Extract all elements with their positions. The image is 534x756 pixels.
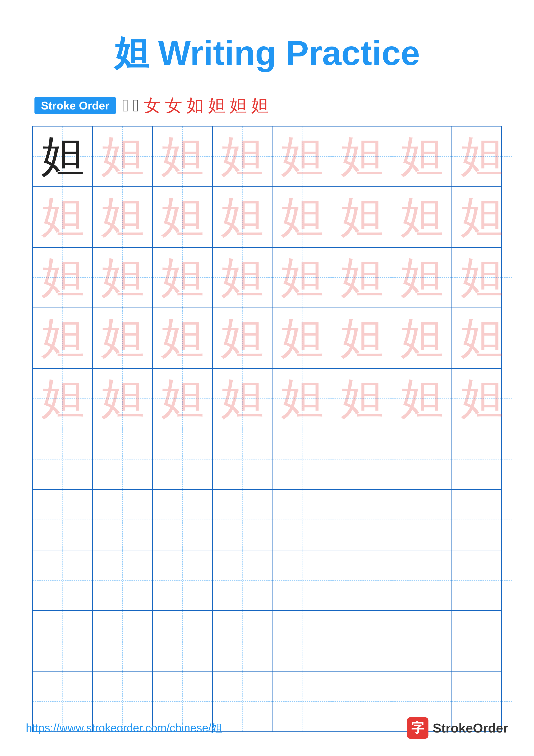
practice-cell[interactable]: [153, 611, 213, 671]
grid-cell: 妲: [332, 126, 392, 186]
practice-cell[interactable]: [332, 490, 392, 550]
grid-cell: 妲: [153, 369, 213, 429]
char-guide: 妲: [461, 135, 504, 178]
grid-cell: 妲: [93, 187, 153, 247]
stroke-4: 女: [165, 94, 182, 117]
grid-cell: 妲: [272, 248, 332, 308]
grid-row-6: [33, 429, 501, 490]
grid-cell: 妲: [332, 187, 392, 247]
char-guide: 妲: [400, 377, 444, 420]
stroke-order-row: Stroke Order 𠃌 𠃎 女 女 如 妲 妲 妲: [35, 94, 508, 117]
practice-cell[interactable]: [93, 611, 153, 671]
practice-cell[interactable]: [272, 490, 332, 550]
char-guide: 妲: [221, 316, 264, 360]
char-guide: 妲: [400, 256, 444, 299]
practice-cell[interactable]: [213, 551, 272, 610]
practice-cell[interactable]: [392, 551, 452, 610]
grid-cell: 妲: [392, 126, 452, 186]
char-guide: 妲: [281, 316, 324, 360]
grid-cell: 妲: [93, 126, 153, 186]
brand-icon: 字: [407, 717, 428, 739]
char-guide: 妲: [161, 256, 204, 299]
char-guide: 妲: [101, 135, 144, 178]
grid-cell: 妲: [452, 369, 512, 429]
practice-cell[interactable]: [392, 429, 452, 489]
footer-url[interactable]: https://www.strokeorder.com/chinese/妲: [26, 720, 222, 736]
page: 妲 Writing Practice Stroke Order 𠃌 𠃎 女 女 …: [0, 0, 534, 756]
grid-cell: 妲: [392, 308, 452, 368]
char-guide: 妲: [161, 135, 204, 178]
title-section: 妲 Writing Practice: [26, 30, 508, 77]
practice-cell[interactable]: [213, 490, 272, 550]
grid-cell: 妲: [213, 248, 272, 308]
practice-cell[interactable]: [452, 490, 512, 550]
practice-cell[interactable]: [213, 429, 272, 489]
char-guide: 妲: [341, 316, 384, 360]
grid-cell: 妲: [33, 187, 93, 247]
char-guide: 妲: [461, 256, 504, 299]
grid-row-3: 妲 妲 妲 妲 妲 妲 妲 妲: [33, 248, 501, 308]
practice-cell[interactable]: [93, 429, 153, 489]
grid-cell: 妲: [392, 369, 452, 429]
char-guide: 妲: [101, 377, 144, 420]
practice-cell[interactable]: [392, 490, 452, 550]
practice-cell[interactable]: [33, 551, 93, 610]
stroke-8: 妲: [251, 94, 268, 117]
practice-cell[interactable]: [213, 611, 272, 671]
grid-cell: 妲: [33, 126, 93, 186]
practice-cell[interactable]: [33, 611, 93, 671]
grid-row-1: 妲 妲 妲 妲 妲 妲 妲 妲: [33, 126, 501, 187]
char-guide: 妲: [101, 256, 144, 299]
grid-cell: 妲: [332, 248, 392, 308]
grid-cell: 妲: [332, 369, 392, 429]
practice-cell[interactable]: [452, 611, 512, 671]
practice-cell[interactable]: [33, 490, 93, 550]
practice-cell[interactable]: [93, 490, 153, 550]
char-guide: 妲: [281, 377, 324, 420]
practice-cell[interactable]: [33, 429, 93, 489]
grid-cell: 妲: [93, 308, 153, 368]
stroke-6: 妲: [208, 94, 225, 117]
grid-cell: 妲: [213, 187, 272, 247]
grid-row-5: 妲 妲 妲 妲 妲 妲 妲 妲: [33, 369, 501, 429]
practice-cell[interactable]: [452, 429, 512, 489]
grid-cell: 妲: [452, 308, 512, 368]
practice-cell[interactable]: [332, 429, 392, 489]
grid-cell: 妲: [272, 126, 332, 186]
practice-cell[interactable]: [452, 551, 512, 610]
grid-row-2: 妲 妲 妲 妲 妲 妲 妲 妲: [33, 187, 501, 248]
grid-row-4: 妲 妲 妲 妲 妲 妲 妲 妲: [33, 308, 501, 369]
grid-cell: 妲: [272, 369, 332, 429]
grid-cell: 妲: [93, 248, 153, 308]
page-title: 妲 Writing Practice: [114, 34, 420, 72]
practice-cell[interactable]: [392, 611, 452, 671]
grid-cell: 妲: [33, 248, 93, 308]
practice-cell[interactable]: [153, 551, 213, 610]
char-guide: 妲: [101, 316, 144, 360]
practice-cell[interactable]: [272, 551, 332, 610]
grid-row-9: [33, 611, 501, 671]
footer: https://www.strokeorder.com/chinese/妲 字 …: [26, 717, 508, 739]
char-guide: 妲: [341, 377, 384, 420]
brand-name: StrokeOrder: [433, 721, 508, 736]
char-guide: 妲: [41, 196, 84, 239]
char-guide: 妲: [161, 196, 204, 239]
practice-cell[interactable]: [153, 490, 213, 550]
char-guide: 妲: [161, 377, 204, 420]
grid-cell: 妲: [153, 126, 213, 186]
practice-cell[interactable]: [332, 611, 392, 671]
grid-cell: 妲: [93, 369, 153, 429]
char-guide: 妲: [400, 135, 444, 178]
practice-cell[interactable]: [153, 429, 213, 489]
practice-cell[interactable]: [332, 551, 392, 610]
stroke-7: 妲: [230, 94, 247, 117]
grid-cell: 妲: [452, 187, 512, 247]
grid-cell: 妲: [213, 126, 272, 186]
char-guide: 妲: [281, 196, 324, 239]
practice-cell[interactable]: [272, 611, 332, 671]
practice-cell[interactable]: [93, 551, 153, 610]
practice-cell[interactable]: [272, 429, 332, 489]
grid-cell: 妲: [153, 308, 213, 368]
grid-row-8: [33, 551, 501, 611]
footer-brand: 字 StrokeOrder: [407, 717, 508, 739]
